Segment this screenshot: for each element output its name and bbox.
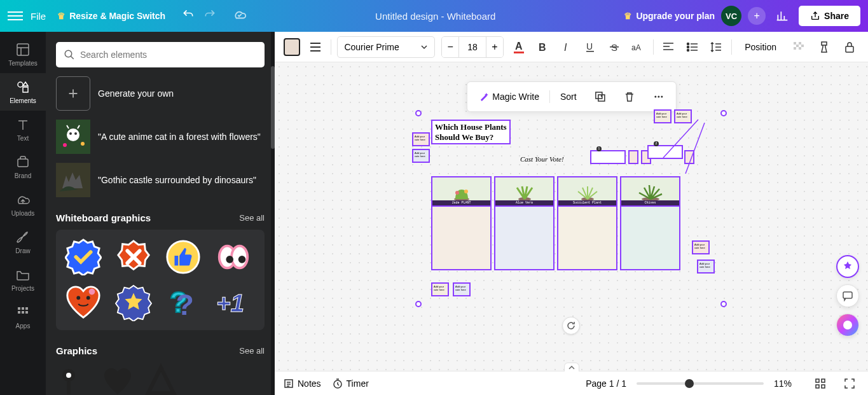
bullet-list-button[interactable] xyxy=(684,38,701,57)
search-icon xyxy=(64,49,75,60)
strikethrough-button[interactable]: S xyxy=(605,38,623,57)
zoom-percent[interactable]: 11% xyxy=(774,378,801,389)
copy-style-button[interactable] xyxy=(815,38,834,57)
sticky-note[interactable]: Add your vote here xyxy=(453,282,471,296)
nav-apps[interactable]: Apps xyxy=(0,298,46,336)
cloud-sync-icon[interactable] xyxy=(233,8,247,24)
sticker-plus-one[interactable]: +1 xyxy=(215,284,252,321)
expand-pages-button[interactable] xyxy=(564,363,579,371)
vote-drop-area[interactable] xyxy=(557,207,617,270)
upgrade-plan-button[interactable]: ♛ Upgrade your plan xyxy=(624,11,715,21)
undo-button[interactable] xyxy=(182,8,195,24)
add-member-button[interactable]: + xyxy=(748,7,766,25)
notes-button[interactable]: Notes xyxy=(284,378,321,389)
nav-elements[interactable]: Elements xyxy=(0,73,46,111)
nav-templates[interactable]: Templates xyxy=(0,36,46,73)
page-indicator[interactable]: Page 1 / 1 xyxy=(586,378,626,389)
sticky-note[interactable]: Add your vote here xyxy=(412,132,430,146)
border-style-button[interactable] xyxy=(307,38,324,57)
search-elements-input[interactable] xyxy=(56,42,265,67)
timer-button[interactable]: Timer xyxy=(333,378,369,389)
sticker-heart-face[interactable] xyxy=(65,284,102,321)
duplicate-button[interactable] xyxy=(587,86,614,107)
fill-color-button[interactable] xyxy=(284,38,300,56)
canvas[interactable]: Magic Write Sort Add your vote here Add … xyxy=(275,62,868,371)
transparency-button[interactable] xyxy=(789,38,808,57)
comments-button[interactable] xyxy=(836,284,859,307)
text-color-button[interactable]: A xyxy=(510,38,528,57)
resize-handle-tl[interactable] xyxy=(415,110,422,116)
resize-handle-br[interactable] xyxy=(720,301,727,307)
search-field[interactable] xyxy=(80,50,257,60)
zoom-thumb[interactable] xyxy=(685,379,694,388)
document-title[interactable]: Untitled design - Whiteboard xyxy=(254,11,616,22)
increase-size-button[interactable]: + xyxy=(486,37,503,57)
lock-button[interactable] xyxy=(840,38,859,57)
italic-button[interactable]: I xyxy=(558,38,575,57)
selection-bounds[interactable]: Add your vote here Add your vote here Ad… xyxy=(418,113,724,304)
see-all-graphics[interactable]: See all xyxy=(239,346,265,356)
canva-assistant-button[interactable] xyxy=(836,314,859,336)
sticker-eyes[interactable] xyxy=(215,239,252,275)
svg-point-12 xyxy=(67,128,79,141)
ai-assistant-button[interactable] xyxy=(836,255,859,278)
svg-point-23 xyxy=(76,296,80,300)
sticky-note[interactable]: Add your vote here xyxy=(431,282,449,296)
fullscreen-button[interactable] xyxy=(840,374,859,393)
vote-token[interactable] xyxy=(628,150,638,164)
share-button[interactable]: Share xyxy=(799,6,860,26)
resize-magic-switch-button[interactable]: ♛ Resize & Magic Switch xyxy=(57,11,165,21)
sticky-note[interactable]: Add your vote here xyxy=(412,149,430,163)
zoom-slider[interactable] xyxy=(637,382,764,385)
font-size-input[interactable] xyxy=(458,37,486,57)
nav-draw[interactable]: Draw xyxy=(0,223,46,261)
resize-handle-bl[interactable] xyxy=(415,301,422,307)
graphic-item[interactable] xyxy=(142,363,179,395)
more-options-button[interactable] xyxy=(645,86,672,107)
decrease-size-button[interactable]: − xyxy=(442,37,458,57)
plant-column-3[interactable]: Succulent Plant xyxy=(557,176,617,270)
nav-text[interactable]: Text xyxy=(0,111,46,148)
delete-button[interactable] xyxy=(616,86,643,107)
magic-write-button[interactable]: Magic Write xyxy=(471,87,547,107)
vote-drop-area[interactable] xyxy=(620,207,680,270)
sticker-check-badge[interactable] xyxy=(65,239,102,275)
insights-button[interactable] xyxy=(772,6,792,26)
nav-projects[interactable]: Projects xyxy=(0,261,46,298)
generate-your-own-button[interactable]: Generate your own xyxy=(56,76,265,111)
underline-button[interactable]: U xyxy=(581,38,599,57)
alignment-button[interactable] xyxy=(660,38,678,57)
sort-button[interactable]: Sort xyxy=(553,87,584,107)
spacing-button[interactable] xyxy=(708,38,726,57)
sticker-thumbs-up[interactable] xyxy=(165,239,202,275)
graphic-item[interactable] xyxy=(56,363,93,395)
font-size-stepper[interactable]: − + xyxy=(441,36,503,58)
ai-suggestion-2[interactable]: "Gothic castle surrounded by dinosaurs" xyxy=(56,163,265,197)
sticker-x-badge[interactable] xyxy=(115,239,152,275)
uppercase-button[interactable]: aA xyxy=(629,38,647,57)
grid-view-button[interactable] xyxy=(811,374,830,393)
plant-column-4[interactable]: Chives xyxy=(620,176,680,270)
whiteboard-content[interactable]: Which House Plants Should We Buy? Cast Y… xyxy=(431,120,711,270)
redo-button[interactable] xyxy=(203,8,216,24)
sticker-question[interactable]: ?? xyxy=(165,284,202,321)
hamburger-menu-icon[interactable] xyxy=(8,8,23,24)
bold-button[interactable]: B xyxy=(534,38,551,57)
file-menu[interactable]: File xyxy=(31,11,46,22)
plant-column-2[interactable]: Aloe Vera xyxy=(494,176,555,270)
nav-brand[interactable]: Brand xyxy=(0,148,46,186)
vote-drop-area[interactable] xyxy=(431,207,492,270)
user-avatar[interactable]: VC xyxy=(721,6,741,26)
ai-suggestion-1[interactable]: "A cute anime cat in a forest with flowe… xyxy=(56,120,265,154)
voting-area-label[interactable]: 1 xyxy=(590,150,626,164)
see-all-whiteboard[interactable]: See all xyxy=(239,213,265,223)
vote-drop-area[interactable] xyxy=(494,207,555,270)
sticker-star-burst[interactable] xyxy=(115,284,152,321)
graphic-item[interactable] xyxy=(99,363,136,395)
suggestion-text: "A cute anime cat in a forest with flowe… xyxy=(98,131,261,143)
rotate-handle[interactable] xyxy=(562,317,580,335)
position-button[interactable]: Position xyxy=(738,38,783,56)
nav-uploads[interactable]: Uploads xyxy=(0,186,46,223)
plant-column-1[interactable]: Jade PLANT xyxy=(431,176,492,270)
font-family-select[interactable]: Courier Prime xyxy=(337,36,435,58)
